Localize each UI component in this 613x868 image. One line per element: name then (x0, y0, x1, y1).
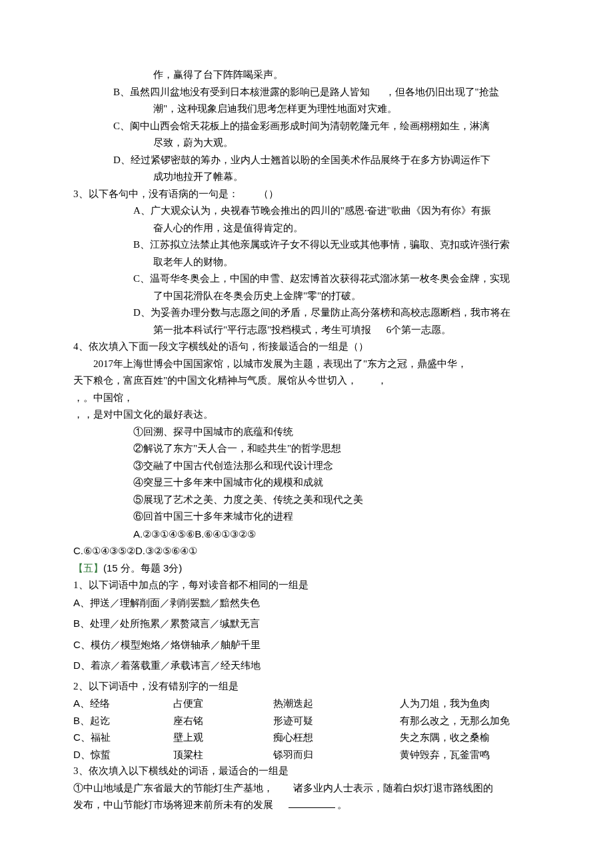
q3-stem: 3、以下各句中，没有语病的一句是： （） (73, 186, 553, 203)
q4-para-3: ，。中国馆， (73, 390, 553, 407)
q4-item-3: ③交融了中国古代创造法那么和现代设计理念 (73, 458, 553, 475)
cell: 形迹可疑 (273, 712, 400, 729)
q4-item-6: ⑥回首中国三十多年来城市化的进程 (73, 508, 553, 526)
section-5-head: 【五】(15 分。每题 3分) (73, 560, 553, 578)
s5-q1-d: D、着凉／着落载重／承载讳言／经天纬地 (73, 657, 553, 674)
cell: 壁上观 (173, 729, 273, 746)
q4-item-2: ②解说了东方"天人合一，和睦共生"的哲学思想 (73, 440, 553, 458)
cell: 座右铭 (173, 712, 273, 729)
q4-stem: 4、依次填入下面一段文字横线处的语句，衔接最适合的一组是（） (73, 338, 553, 356)
cell: 热潮迭起 (273, 695, 400, 712)
q3-opt-b: B、江苏拟立法禁止其他亲属或许子女不得以无业或其他事情，骗取、克扣或许强行索 (73, 236, 553, 254)
s5-q3-line2: 发布，中山节能灯市场将迎来前所未有的发展 。 (73, 797, 553, 814)
q3-opt-c-cont: 了中国花滑队在冬奥会历史上金牌"零"的打破。 (73, 288, 553, 305)
option-d-cont: 成功地拉开了帷幕。 (73, 169, 553, 186)
q4-para-2: 天下粮仓，富庶百姓"的中国文化精神与气质。展馆从今世切入， ， (73, 372, 553, 390)
cell: 失之东隅，收之桑榆 (400, 729, 490, 746)
cell: B、起讫 (73, 712, 173, 729)
option-b: B、虽然四川盆地没有受到日本核泄露的影响已是路人皆知 ，但各地仍旧出现了"抢盐 (73, 84, 553, 101)
s5-q2-d: D、惊蜇 顶粱柱 铩羽而归 黄钟毁弃，瓦釜雷鸣 (73, 746, 553, 763)
q3-opt-b-cont: 取老年人的财物。 (73, 254, 553, 271)
s5-q3-stem: 3、依次填入以下横线处的词语，最适合的一组是 (73, 763, 553, 780)
q3-opt-a: A、广大观众认为，央视春节晚会推出的四川的"感恩·奋进"歌曲《因为有你》有振 (73, 203, 553, 220)
q4-opt-ab: A.②③①④⑤⑥B.⑥④①③②⑤ (73, 526, 553, 543)
cell: C、福祉 (73, 729, 173, 746)
q4-item-5: ⑤展现了艺术之美、力度之美、传统之美和现代之美 (73, 492, 553, 509)
cell: 铩羽而归 (273, 746, 400, 763)
s5-q2-a: A、经络 占便宜 热潮迭起 人为刀俎，我为鱼肉 (73, 695, 553, 712)
q4-opt-cd: C.⑥①④③⑤②D.③②⑤⑥④① (73, 542, 553, 560)
q3-opt-d-cont: 第一批本科试行"平行志愿"投档模式，考生可填报 6个第一志愿。 (73, 322, 553, 339)
s5-q1-c: C、模仿／模型炮烙／烙饼轴承／舳舻千里 (73, 636, 553, 653)
q3-opt-a-cont: 奋人心的作用，这是值得肯定的。 (73, 220, 553, 237)
cell: 顶粱柱 (173, 746, 273, 763)
s5-q2-c: C、福祉 壁上观 痴心枉想 失之东隅，收之桑榆 (73, 729, 553, 746)
s5-q1-stem: 1、以下词语中加点的字，每对读音都不相同的一组是 (73, 577, 553, 594)
q4-para-4: ，，是对中国文化的最好表达。 (73, 406, 553, 424)
q4-item-4: ④突显三十多年来中国城市化的规模和成就 (73, 474, 553, 492)
q3-opt-d: D、为妥善办理分数与志愿之间的矛盾，尽量防止高分落榜和高校志愿断档，我市将在 (73, 304, 553, 322)
section-5-title: 【五】 (73, 563, 103, 574)
cell: D、惊蜇 (73, 746, 173, 763)
s5-q3-line1: ①中山地域是广东省最大的节能灯生产基地， 诸多业内人士表示，随着白炽灯退市路线图… (73, 780, 553, 797)
option-d: D、经过紧锣密鼓的筹办，业内人士翘首以盼的全国美术作品展终于在多方协调运作下 (73, 152, 553, 169)
option-c: C、阆中山西会馆天花板上的描金彩画形成时间为清朝乾隆元年，绘画栩栩如生，淋漓 (73, 118, 553, 135)
s5-q1-b: B、处理／处所拖累／累赘箴言／缄默无言 (73, 615, 553, 632)
cell: A、经络 (73, 695, 173, 712)
cell: 痴心枉想 (273, 729, 400, 746)
cell: 有那么改之，无那么加免 (400, 712, 510, 729)
cell: 黄钟毁弃，瓦釜雷鸣 (400, 746, 490, 763)
option-c-cont: 尽致，蔚为大观。 (73, 135, 553, 152)
cell: 人为刀俎，我为鱼肉 (400, 695, 490, 712)
partial-option-a-cont: 作，赢得了台下阵阵喝采声。 (73, 67, 553, 84)
section-5-points: (15 分。每题 3分) (103, 562, 182, 574)
blank-underline (289, 807, 335, 808)
option-b-cont: 潮"，这种现象启迪我们思考怎样更为理性地面对灾难。 (73, 101, 553, 118)
s5-q2-stem: 2、以下词语中，没有错别字的一组是 (73, 678, 553, 695)
s5-q1-a: A、押送／理解削面／剥削罢黜／黯然失色 (73, 594, 553, 612)
s5-q2-b: B、起讫 座右铭 形迹可疑 有那么改之，无那么加免 (73, 712, 553, 729)
q4-para-1: 2017年上海世博会中国国家馆，以城市发展为主题，表现出了"东方之冠，鼎盛中华， (73, 356, 553, 373)
q4-item-1: ①回溯、探寻中国城市的底蕴和传统 (73, 424, 553, 441)
q3-opt-c: C、温哥华冬奥会上，中国的申雪、赵宏博首次获得花式溜冰第一枚冬奥会金牌，实现 (73, 270, 553, 288)
cell: 占便宜 (173, 695, 273, 712)
